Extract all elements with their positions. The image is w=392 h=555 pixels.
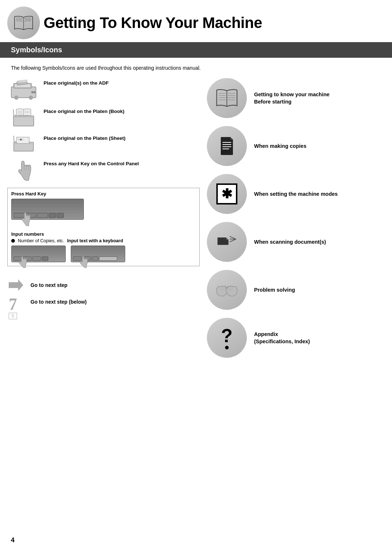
book-icon [14, 15, 33, 32]
right-column: Getting to know your machine Before star… [207, 78, 385, 366]
right-row-modes: ✱ When setting the machine modes [207, 174, 385, 214]
appendix-circle-label: Appendix (Specifications, Index) [254, 331, 310, 345]
next-step-label: Go to next step [30, 282, 68, 288]
next-step-below-label: Go to next step (below) [30, 296, 87, 305]
machine-with-hand [11, 199, 84, 220]
page-number: 4 [11, 536, 15, 544]
adf-row: Place original(s) on the ADF [7, 78, 200, 100]
svg-point-4 [29, 96, 33, 100]
platen-book-label: Place original on the Platen (Book) [40, 106, 200, 114]
problem-circle [207, 270, 247, 310]
hand-press-icon [16, 160, 32, 181]
platen-sheet-icon-box: <■○ [7, 133, 40, 152]
svg-marker-28 [9, 279, 23, 291]
keyboard-label: Input text with a keyboard [67, 238, 123, 243]
svg-point-9 [31, 91, 33, 93]
asterisk-box-icon: ✱ [216, 183, 237, 204]
intro-text: The following Symbols/Icons are used thr… [0, 58, 392, 74]
nav-icons-section: Go to next step 7 5 Go to next step (bel… [7, 279, 200, 319]
svg-text:<■○: <■○ [18, 138, 24, 141]
platen-book-icon-box [7, 106, 40, 127]
hand-over-machine-icon [21, 212, 31, 226]
adf-icon-box [7, 78, 40, 100]
question-dot-icon [225, 346, 229, 349]
machine-with-hand-1 [11, 246, 66, 262]
svg-marker-24 [14, 136, 16, 142]
platen-sheet-label: Place original on the Platen (Sheet) [40, 133, 200, 141]
question-mark-icon: ? [221, 326, 233, 345]
platen-sheet-row: <■○ Place original on the Platen (Sheet) [7, 133, 200, 152]
question-mark-area: ? [221, 326, 233, 349]
copy-icon [219, 136, 235, 156]
step-below-area: 7 5 [9, 296, 23, 319]
input-numbers-section: Input numbers Number of Copies, etc. Inp… [11, 231, 196, 262]
platen-book-icon [13, 108, 34, 127]
svg-marker-19 [13, 109, 16, 116]
page-title: Getting To Know Your Machine [44, 14, 262, 32]
press-hard-key-box: Press Hard Key Input number [7, 188, 200, 266]
step-number-box: 5 [9, 313, 17, 319]
right-row-scan: When scanning document(s) [207, 222, 385, 262]
small-hand-icon-2 [79, 256, 88, 268]
appendix-circle: ? [207, 318, 247, 358]
svg-point-10 [33, 91, 36, 93]
copy-circle-label: When making copies [254, 142, 306, 150]
input-numbers-title: Input numbers [11, 231, 196, 237]
problem-hands-icon [215, 281, 239, 299]
right-row-appendix: ? Appendix (Specifications, Index) [207, 318, 385, 358]
adf-label: Place original(s) on the ADF [40, 78, 200, 86]
copy-circle [207, 126, 247, 166]
press-key-row: Press any Hard Key on the Control Panel [7, 159, 200, 181]
left-column: Place original(s) on the ADF [7, 78, 200, 366]
next-step-below-row: 7 5 Go to next step (below) [9, 296, 200, 319]
problem-circle-label: Problem solving [254, 286, 295, 293]
modes-circle-label: When setting the machine modes [254, 190, 338, 198]
next-step-arrow-icon [9, 279, 23, 291]
svg-point-5 [15, 96, 18, 100]
platen-sheet-icon: <■○ [13, 135, 34, 152]
scan-circle [207, 222, 247, 262]
platen-book-row: Place original on the Platen (Book) [7, 106, 200, 127]
scan-circle-label: When scanning document(s) [254, 238, 326, 246]
press-key-icon-box [7, 159, 40, 181]
page-header: Getting To Know Your Machine [0, 0, 392, 39]
book-circle-icon [216, 89, 238, 107]
adf-machine-icon [10, 80, 37, 100]
right-row-copy: When making copies [207, 126, 385, 166]
modes-circle: ✱ [207, 174, 247, 214]
main-content: Place original(s) on the ADF [0, 74, 392, 369]
small-hand-icon-1 [19, 256, 27, 268]
machine-with-hand-2 [71, 246, 125, 262]
press-box-title: Press Hard Key [11, 191, 196, 197]
scan-icon [216, 234, 237, 250]
right-row-problem: Problem solving [207, 270, 385, 310]
subtitle-bar: Symbols/Icons [0, 42, 392, 58]
input-numbers-bullet: Number of Copies, etc. Input text with a… [11, 238, 196, 243]
svg-line-44 [230, 239, 236, 242]
subtitle-text: Symbols/Icons [11, 46, 62, 54]
header-book-circle [7, 7, 40, 39]
next-step-row: Go to next step [9, 279, 200, 291]
bullet-dot-icon [11, 239, 15, 243]
book-circle-label: Getting to know your machine Before star… [254, 91, 330, 106]
svg-rect-11 [13, 116, 34, 126]
right-row-book: Getting to know your machine Before star… [207, 78, 385, 118]
press-key-label: Press any Hard Key on the Control Panel [40, 159, 200, 166]
machines-row [11, 246, 196, 262]
book-circle [207, 78, 247, 118]
svg-line-42 [230, 236, 236, 239]
